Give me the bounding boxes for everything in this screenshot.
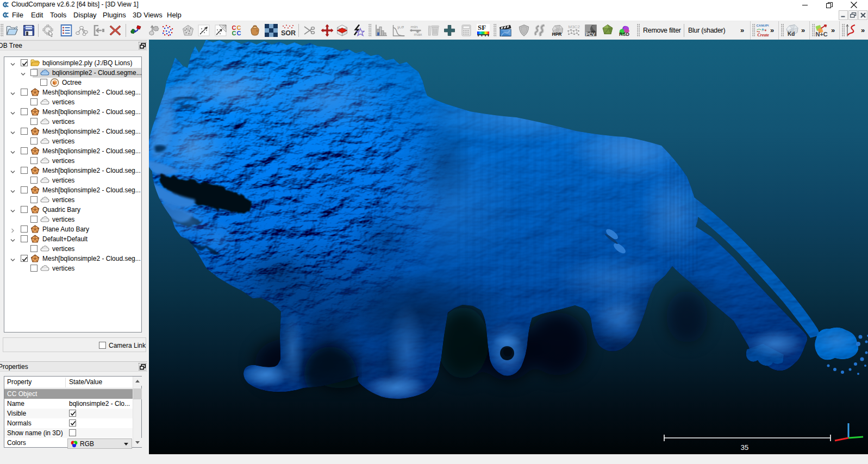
- tree-item-label[interactable]: Plane Auto Bary: [42, 225, 89, 233]
- toolbar-merge-icon[interactable]: [146, 23, 160, 37]
- property-checkbox[interactable]: [69, 410, 76, 417]
- tree-item-label[interactable]: Mesh[bqlionsimple2 - Cloud.seg...: [42, 128, 141, 135]
- tree-row[interactable]: Quadric Bary: [5, 205, 141, 215]
- toolbar-point-picking-icon[interactable]: [75, 23, 89, 37]
- tree-row[interactable]: vertices: [5, 117, 141, 127]
- tree-expander-open-icon[interactable]: [10, 149, 15, 154]
- menu-help[interactable]: Help: [163, 9, 185, 21]
- toolbar-drag-handle[interactable]: [781, 24, 784, 37]
- tree-checkbox[interactable]: [21, 206, 28, 213]
- properties-float-icon[interactable]: [139, 363, 146, 371]
- tree-item-label[interactable]: vertices: [52, 157, 74, 165]
- tree-expander-open-icon[interactable]: [10, 256, 15, 261]
- tree-row[interactable]: vertices: [5, 97, 141, 107]
- tree-row[interactable]: vertices: [5, 136, 141, 146]
- tree-checkbox[interactable]: [30, 265, 38, 272]
- colors-combo[interactable]: RGB: [67, 438, 132, 449]
- menu-tools[interactable]: Tools: [46, 9, 70, 21]
- property-checkbox[interactable]: [69, 429, 76, 436]
- tree-checkbox[interactable]: [21, 108, 28, 115]
- tree-item-label[interactable]: Mesh[bqlionsimple2 - Cloud.seg...: [42, 167, 141, 174]
- toolbar-properties-list-icon[interactable]: [59, 23, 73, 37]
- tree-item-label[interactable]: vertices: [52, 118, 74, 126]
- toolbar-sra-icon[interactable]: [845, 23, 859, 37]
- viewport-3d[interactable]: 35: [149, 40, 868, 454]
- toolbar-drag-handle[interactable]: [494, 24, 497, 37]
- menu-3d-views[interactable]: 3D Views: [129, 9, 166, 21]
- tree-expander-closed-icon[interactable]: [10, 227, 15, 232]
- tree-checkbox[interactable]: [21, 59, 28, 66]
- tree-row[interactable]: vertices: [5, 195, 141, 205]
- toolbar-extension-chevron[interactable]: »: [861, 25, 865, 36]
- window-minimize-button[interactable]: [797, 0, 813, 9]
- toolbar-sf-trash-icon[interactable]: [426, 23, 440, 37]
- toolbar-normals-curvature-icon[interactable]: N+C: [815, 23, 828, 37]
- tree-row[interactable]: bqlionsimple2 - Cloud.segme...: [5, 68, 141, 78]
- tree-checkbox[interactable]: [21, 147, 28, 154]
- toolbar-sor-filter-icon[interactable]: SOR: [282, 23, 295, 37]
- tree-checkbox[interactable]: [21, 89, 28, 96]
- mdi-minimize-button[interactable]: [839, 10, 848, 20]
- toolbar-button-blur-shader-[interactable]: Blur (shader): [688, 25, 725, 36]
- tree-item-label[interactable]: Mesh[bqlionsimple2 - Cloud.seg...: [42, 108, 141, 116]
- tree-expander-open-icon[interactable]: [10, 110, 15, 115]
- tree-checkbox[interactable]: [21, 128, 28, 135]
- tree-checkbox[interactable]: [40, 79, 47, 86]
- toolbar-shield-icon[interactable]: [517, 23, 530, 37]
- tree-row[interactable]: vertices: [5, 175, 141, 185]
- tree-row[interactable]: vertices: [5, 264, 141, 273]
- tree-item-label[interactable]: Quadric Bary: [42, 206, 80, 214]
- toolbar-primitive-factory-icon[interactable]: [248, 23, 261, 37]
- scrollbar-up-button[interactable]: [133, 377, 142, 386]
- tree-item-label[interactable]: vertices: [52, 177, 74, 184]
- tree-expander-open-icon[interactable]: [21, 71, 26, 76]
- toolbar-pcv-icon[interactable]: PCV: [584, 23, 597, 37]
- tree-checkbox[interactable]: [21, 235, 28, 242]
- tree-row[interactable]: vertices: [5, 215, 141, 224]
- tree-expander-open-icon[interactable]: [10, 188, 15, 193]
- menu-plugins[interactable]: Plugins: [99, 9, 130, 21]
- tree-checkbox[interactable]: [30, 157, 38, 164]
- toolbar-translate-rotate-icon[interactable]: [320, 23, 334, 37]
- tree-item-label[interactable]: Mesh[bqlionsimple2 - Cloud.seg...: [42, 89, 141, 96]
- toolbar-kd-tree-icon[interactable]: Kd: [785, 23, 799, 37]
- toolbar-scissors-icon[interactable]: [302, 23, 315, 37]
- toolbar-extension-chevron[interactable]: »: [801, 25, 805, 36]
- properties-scrollbar[interactable]: [133, 377, 141, 447]
- toolbar-button-remove-filter[interactable]: Remove filter: [643, 25, 681, 36]
- tree-row[interactable]: Plane Auto Bary: [5, 224, 141, 234]
- toolbar-rsd-icon[interactable]: RSD: [617, 23, 630, 37]
- tree-checkbox[interactable]: [30, 118, 38, 125]
- tree-row[interactable]: Mesh[bqlionsimple2 - Cloud.seg...: [5, 127, 141, 136]
- toolbar-drag-handle[interactable]: [1, 24, 4, 37]
- toolbar-sf-calc-icon[interactable]: [459, 23, 473, 37]
- toolbar-drag-handle[interactable]: [637, 24, 640, 37]
- tree-expander-open-icon[interactable]: [10, 129, 15, 134]
- toolbar-sample-points-icon[interactable]: [181, 23, 195, 37]
- menu-file[interactable]: File: [8, 9, 27, 21]
- tree-row[interactable]: bqlionsimple2.ply (J:/BQ Lions): [5, 58, 141, 68]
- tree-item-label[interactable]: Default+Default: [42, 235, 88, 243]
- scrollbar-thumb[interactable]: [133, 388, 142, 399]
- tree-item-label[interactable]: Mesh[bqlionsimple2 - Cloud.seg...: [42, 147, 141, 155]
- tree-checkbox[interactable]: [21, 167, 28, 174]
- toolbar-sf-gauss-icon[interactable]: μ,σ: [392, 23, 405, 37]
- tree-expander-open-icon[interactable]: [10, 208, 15, 212]
- tree-item-label[interactable]: vertices: [52, 245, 74, 253]
- toolbar-facets-icon[interactable]: [601, 23, 614, 37]
- tree-checkbox[interactable]: [21, 225, 28, 233]
- tree-row[interactable]: vertices: [5, 156, 141, 166]
- toolbar-align-icon[interactable]: [214, 23, 227, 37]
- toolbar-cc-compare-icon[interactable]: C C C C: [230, 23, 244, 37]
- tree-checkbox[interactable]: [30, 216, 38, 223]
- tree-expander-open-icon[interactable]: [10, 61, 15, 66]
- tree-row[interactable]: vertices: [5, 244, 141, 254]
- toolbar-save-icon[interactable]: [22, 23, 35, 37]
- toolbar-cross-section-icon[interactable]: [335, 23, 348, 37]
- tree-row[interactable]: Default+Default: [5, 234, 141, 244]
- tree-checkbox[interactable]: [30, 69, 38, 76]
- toolbar-extension-chevron[interactable]: »: [831, 25, 835, 36]
- tree-expander-open-icon[interactable]: [10, 168, 15, 173]
- toolbar-drag-handle[interactable]: [369, 24, 372, 37]
- window-close-button[interactable]: [846, 0, 862, 9]
